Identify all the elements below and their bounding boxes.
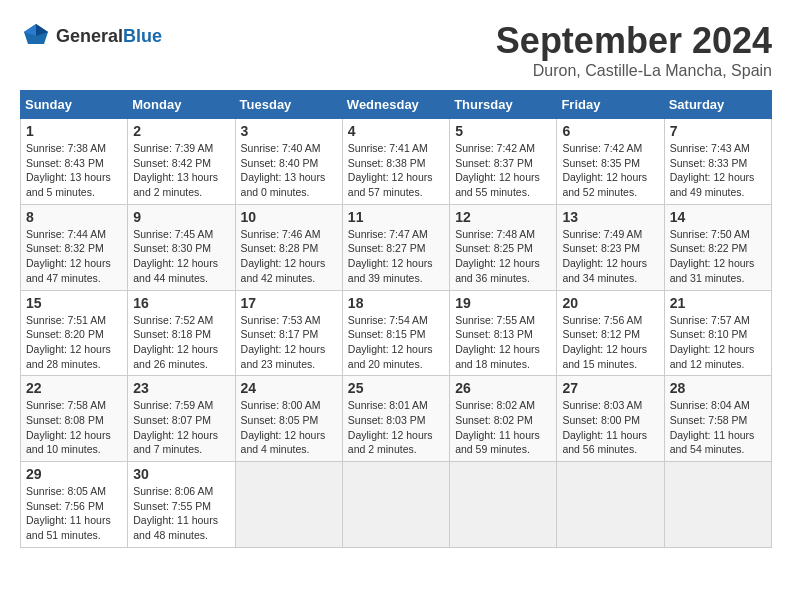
week-row-5: 29 Sunrise: 8:05 AMSunset: 7:56 PMDaylig… — [21, 462, 772, 548]
empty-cell-4 — [557, 462, 664, 548]
page-header: GeneralBlue September 2024 Duron, Castil… — [20, 20, 772, 80]
empty-cell-3 — [450, 462, 557, 548]
day-6: 6 Sunrise: 7:42 AMSunset: 8:35 PMDayligh… — [557, 119, 664, 205]
day-27: 27 Sunrise: 8:03 AMSunset: 8:00 PMDaylig… — [557, 376, 664, 462]
week-row-2: 8 Sunrise: 7:44 AMSunset: 8:32 PMDayligh… — [21, 204, 772, 290]
day-19: 19 Sunrise: 7:55 AMSunset: 8:13 PMDaylig… — [450, 290, 557, 376]
day-4: 4 Sunrise: 7:41 AMSunset: 8:38 PMDayligh… — [342, 119, 449, 205]
day-21: 21 Sunrise: 7:57 AMSunset: 8:10 PMDaylig… — [664, 290, 771, 376]
day-11: 11 Sunrise: 7:47 AMSunset: 8:27 PMDaylig… — [342, 204, 449, 290]
empty-cell-1 — [235, 462, 342, 548]
day-12: 12 Sunrise: 7:48 AMSunset: 8:25 PMDaylig… — [450, 204, 557, 290]
week-row-3: 15 Sunrise: 7:51 AMSunset: 8:20 PMDaylig… — [21, 290, 772, 376]
day-29: 29 Sunrise: 8:05 AMSunset: 7:56 PMDaylig… — [21, 462, 128, 548]
title-area: September 2024 Duron, Castille-La Mancha… — [496, 20, 772, 80]
day-2: 2 Sunrise: 7:39 AMSunset: 8:42 PMDayligh… — [128, 119, 235, 205]
logo: GeneralBlue — [20, 20, 162, 52]
calendar-table: Sunday Monday Tuesday Wednesday Thursday… — [20, 90, 772, 548]
day-3: 3 Sunrise: 7:40 AMSunset: 8:40 PMDayligh… — [235, 119, 342, 205]
logo-general-text: GeneralBlue — [56, 26, 162, 47]
day-8: 8 Sunrise: 7:44 AMSunset: 8:32 PMDayligh… — [21, 204, 128, 290]
day-7: 7 Sunrise: 7:43 AMSunset: 8:33 PMDayligh… — [664, 119, 771, 205]
calendar-header-row: Sunday Monday Tuesday Wednesday Thursday… — [21, 91, 772, 119]
day-13: 13 Sunrise: 7:49 AMSunset: 8:23 PMDaylig… — [557, 204, 664, 290]
col-wednesday: Wednesday — [342, 91, 449, 119]
day-16: 16 Sunrise: 7:52 AMSunset: 8:18 PMDaylig… — [128, 290, 235, 376]
week-row-4: 22 Sunrise: 7:58 AMSunset: 8:08 PMDaylig… — [21, 376, 772, 462]
day-17: 17 Sunrise: 7:53 AMSunset: 8:17 PMDaylig… — [235, 290, 342, 376]
col-thursday: Thursday — [450, 91, 557, 119]
col-friday: Friday — [557, 91, 664, 119]
day-10: 10 Sunrise: 7:46 AMSunset: 8:28 PMDaylig… — [235, 204, 342, 290]
day-22: 22 Sunrise: 7:58 AMSunset: 8:08 PMDaylig… — [21, 376, 128, 462]
empty-cell-5 — [664, 462, 771, 548]
col-tuesday: Tuesday — [235, 91, 342, 119]
empty-cell-2 — [342, 462, 449, 548]
month-title: September 2024 — [496, 20, 772, 62]
day-24: 24 Sunrise: 8:00 AMSunset: 8:05 PMDaylig… — [235, 376, 342, 462]
day-9: 9 Sunrise: 7:45 AMSunset: 8:30 PMDayligh… — [128, 204, 235, 290]
day-5: 5 Sunrise: 7:42 AMSunset: 8:37 PMDayligh… — [450, 119, 557, 205]
day-14: 14 Sunrise: 7:50 AMSunset: 8:22 PMDaylig… — [664, 204, 771, 290]
day-25: 25 Sunrise: 8:01 AMSunset: 8:03 PMDaylig… — [342, 376, 449, 462]
day-18: 18 Sunrise: 7:54 AMSunset: 8:15 PMDaylig… — [342, 290, 449, 376]
day-1: 1 Sunrise: 7:38 AMSunset: 8:43 PMDayligh… — [21, 119, 128, 205]
day-20: 20 Sunrise: 7:56 AMSunset: 8:12 PMDaylig… — [557, 290, 664, 376]
day-15: 15 Sunrise: 7:51 AMSunset: 8:20 PMDaylig… — [21, 290, 128, 376]
day-30: 30 Sunrise: 8:06 AMSunset: 7:55 PMDaylig… — [128, 462, 235, 548]
day-26: 26 Sunrise: 8:02 AMSunset: 8:02 PMDaylig… — [450, 376, 557, 462]
logo-icon — [20, 20, 52, 52]
week-row-1: 1 Sunrise: 7:38 AMSunset: 8:43 PMDayligh… — [21, 119, 772, 205]
day-23: 23 Sunrise: 7:59 AMSunset: 8:07 PMDaylig… — [128, 376, 235, 462]
day-28: 28 Sunrise: 8:04 AMSunset: 7:58 PMDaylig… — [664, 376, 771, 462]
col-sunday: Sunday — [21, 91, 128, 119]
col-saturday: Saturday — [664, 91, 771, 119]
location-subtitle: Duron, Castille-La Mancha, Spain — [496, 62, 772, 80]
col-monday: Monday — [128, 91, 235, 119]
